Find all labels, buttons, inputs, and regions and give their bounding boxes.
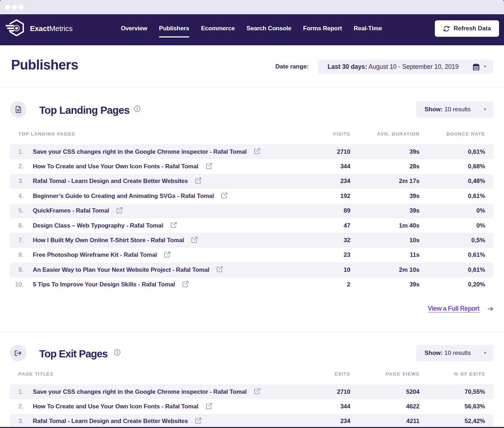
svg-text:i: i (137, 106, 138, 111)
svg-text:i: i (117, 350, 118, 355)
